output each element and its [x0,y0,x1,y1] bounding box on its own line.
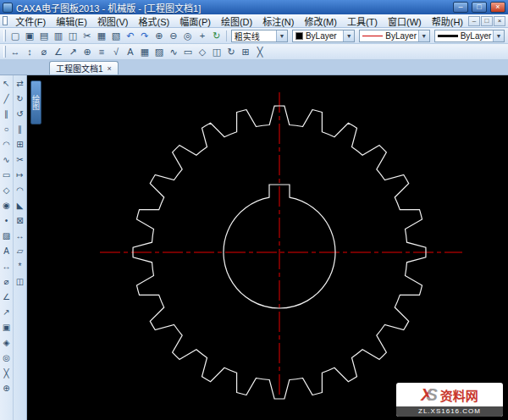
symbol-icon[interactable]: ◈ [0,335,13,351]
rectangle-icon[interactable]: ▭ [181,46,195,58]
mdi-minimize-button[interactable]: – [468,16,480,26]
mirror-icon[interactable]: ◫ [210,46,224,58]
copy-icon[interactable]: ▦ [95,30,108,42]
zoom-out-icon[interactable]: ⊖ [167,30,180,42]
array-icon[interactable]: ⊞ [14,137,26,152]
rotate-icon[interactable]: ↻ [224,46,238,58]
diameter-icon[interactable]: ⌀ [0,274,13,290]
table-icon[interactable]: ▦ [138,46,152,58]
mdi-restore-button[interactable]: □ [481,16,493,26]
save-icon[interactable]: ▤ [37,30,51,42]
break-icon[interactable]: ⊠ [14,213,26,229]
print-icon[interactable]: ▥ [52,30,65,42]
spline-icon[interactable]: ∿ [0,152,13,168]
open-icon[interactable]: ▣ [23,30,36,42]
chevron-down-icon[interactable]: ▼ [493,30,504,41]
menu-item[interactable]: 窗口(W) [383,14,427,29]
scale-icon[interactable]: ▱ [14,244,26,259]
offset-icon[interactable]: ∥ [14,122,26,137]
extend-icon[interactable]: ↦ [14,168,26,183]
refresh-icon[interactable]: ↻ [210,30,224,42]
menu-item[interactable]: 视图(V) [92,14,134,29]
tab-close-icon[interactable]: × [108,64,112,73]
chamfer-icon[interactable]: ◣ [14,198,26,213]
move-icon[interactable]: ⇄ [14,76,26,91]
layer-combo[interactable]: 粗实线 ▼ [231,30,288,42]
close-button[interactable]: × [490,2,505,13]
erase-icon[interactable]: ╳ [0,366,13,381]
tab-document[interactable]: 工程图文档1 × [49,61,119,75]
text-icon[interactable]: A [0,244,13,259]
linetype-combo[interactable]: ByLayer ▼ [359,30,429,42]
drawing-canvas[interactable]: 绘图 X S 资料网 ZL.XS1616.COM [27,75,508,420]
hatch-icon[interactable]: ▨ [152,46,166,58]
array-icon[interactable]: ⊞ [239,46,252,58]
undo-icon[interactable]: ↶ [124,30,137,42]
cut-icon[interactable]: ✂ [80,30,94,42]
minimize-button[interactable]: – [453,2,468,13]
menu-item[interactable]: 绘图(D) [216,14,257,29]
point-icon[interactable]: • [0,213,13,229]
menu-item[interactable]: 修改(M) [299,14,342,29]
dim-diameter-icon[interactable]: ⌀ [37,46,51,58]
new-icon[interactable]: ▢ [8,30,22,42]
color-combo[interactable]: ByLayer ▼ [292,30,355,42]
polygon-icon[interactable]: ◇ [0,183,13,198]
rotate-icon[interactable]: ↻ [14,91,26,107]
leader-icon[interactable]: ↗ [66,46,80,58]
pan-icon[interactable]: + [196,30,209,42]
trim-icon[interactable]: ✂ [14,152,26,168]
spline-icon[interactable]: ∿ [167,46,180,58]
maximize-button[interactable]: □ [472,2,487,13]
erase-icon[interactable]: ╳ [253,46,267,58]
block-icon[interactable]: ▣ [0,320,13,335]
zoom-window-icon[interactable]: ⊕ [0,381,13,396]
cad-drawing[interactable] [27,75,508,420]
rectangle-icon[interactable]: ▭ [0,168,13,183]
lineweight-combo[interactable]: ByLayer ▼ [434,30,505,42]
print-preview-icon[interactable]: ◫ [66,30,80,42]
center-icon[interactable]: ◎ [0,351,13,366]
select-icon[interactable]: ↖ [0,76,13,91]
paste-icon[interactable]: ▧ [109,30,123,42]
leader-icon[interactable]: ↗ [0,305,13,320]
zoom-all-icon[interactable]: ◎ [181,30,195,42]
zoom-in-icon[interactable]: ⊕ [152,30,166,42]
chevron-down-icon[interactable]: ▼ [276,30,287,41]
menu-item[interactable]: 格式(S) [134,14,175,29]
polygon-icon[interactable]: ◇ [196,46,209,58]
circle-icon[interactable]: ○ [0,122,13,137]
menu-item[interactable]: 帮助(H) [427,14,468,29]
explode-icon[interactable]: * [14,259,26,274]
ellipse-icon[interactable]: ◉ [0,198,13,213]
menu-item[interactable]: 文件(F) [10,14,51,29]
stretch-icon[interactable]: ↔ [14,229,26,244]
menu-item[interactable]: 工具(T) [342,14,383,29]
datum-icon[interactable]: ⊕ [80,46,94,58]
mirror-icon[interactable]: ◫ [14,274,26,290]
chevron-down-icon[interactable]: ▼ [418,30,429,41]
toolbar-grip[interactable] [3,46,6,58]
angle-icon[interactable]: ∠ [0,290,13,305]
tolerance-icon[interactable]: ≡ [95,46,108,58]
chevron-down-icon[interactable]: ▼ [343,30,354,41]
roughness-icon[interactable]: √ [109,46,123,58]
parallel-line-icon[interactable]: ∥ [0,107,13,122]
dimension-icon[interactable]: ↔ [0,259,13,274]
dim-linear-icon[interactable]: ↔ [8,46,22,58]
undo-icon[interactable]: ↺ [14,107,26,122]
line-icon[interactable]: ╱ [0,91,13,107]
dim-vertical-icon[interactable]: ↕ [23,46,36,58]
fillet-icon[interactable]: ◠ [14,183,26,198]
toolbar-grip[interactable] [3,30,6,41]
menu-item[interactable]: 标注(N) [257,14,299,29]
arc-icon[interactable]: ◠ [0,137,13,152]
redo-icon[interactable]: ↷ [138,30,152,42]
dim-angle-icon[interactable]: ∠ [52,46,65,58]
draw-toolbar-handle[interactable]: 绘图 [30,80,41,124]
mdi-close-button[interactable]: × [494,16,505,26]
hatch-icon[interactable]: ▨ [0,229,13,244]
text-icon[interactable]: A [124,46,137,58]
menu-item[interactable]: 幅面(P) [174,14,216,29]
menu-item[interactable]: 编辑(E) [51,14,92,29]
